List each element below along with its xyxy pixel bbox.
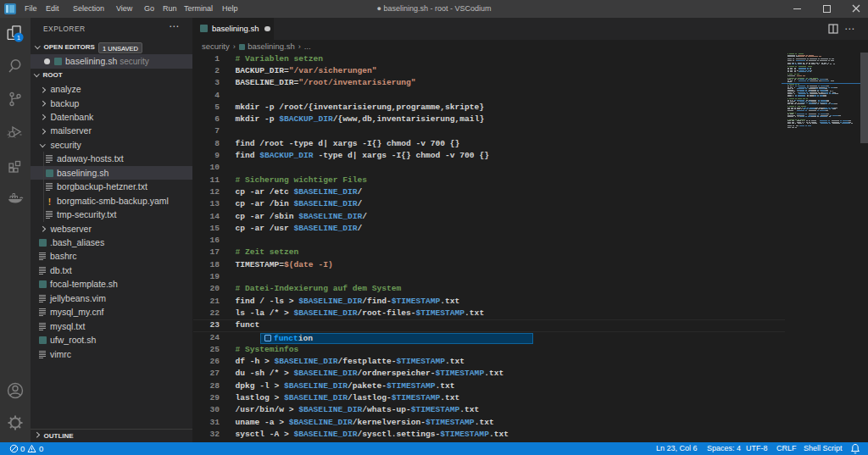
svg-text:0: 0	[20, 444, 25, 453]
svg-text:1: 1	[17, 35, 20, 41]
svg-text:0: 0	[39, 444, 43, 453]
